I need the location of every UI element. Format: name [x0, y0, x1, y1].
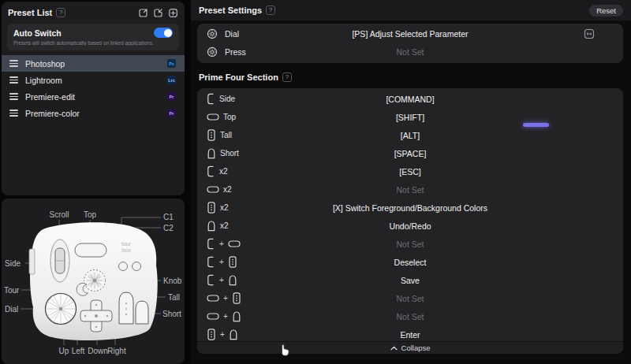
preset-item[interactable]: Premiere-colorPr	[2, 105, 185, 121]
preset-label: Premiere-edit	[25, 92, 75, 102]
assigned-action[interactable]: [ESC]	[197, 167, 623, 176]
prime-setting-row[interactable]: +Not Set	[197, 307, 623, 325]
adjust-parameter-button[interactable]	[584, 28, 595, 43]
device-knob	[84, 270, 106, 292]
label-c1: C1	[163, 213, 174, 221]
label-dial: Dial	[5, 305, 18, 314]
preset-item[interactable]: Premiere-editPr	[2, 88, 185, 105]
device-c2-button	[133, 262, 141, 271]
prime-setting-row[interactable]: x2[X] Switch Foreground/Background Color…	[197, 199, 623, 217]
device-side-button	[29, 249, 35, 274]
help-icon[interactable]: ?	[56, 8, 65, 17]
reset-button[interactable]: Reset	[589, 5, 623, 17]
drag-handle-icon[interactable]	[9, 76, 18, 84]
collapse-label: Collapse	[401, 344, 431, 352]
device-panel: tour box	[2, 199, 185, 364]
export-preset-button[interactable]	[137, 7, 148, 18]
device-dial	[46, 294, 77, 325]
preset-label: Photoshop	[25, 59, 65, 69]
auto-switch-description: Presets will switch automatically based …	[13, 40, 173, 46]
assigned-action[interactable]: Not Set	[197, 294, 623, 303]
auto-switch-toggle[interactable]	[154, 28, 173, 38]
label-c2: C2	[163, 224, 174, 232]
mouse-cursor-hand	[278, 343, 290, 356]
label-up: Up	[59, 347, 69, 355]
chevron-up-icon	[390, 346, 398, 351]
app-badge: Ps	[167, 59, 176, 68]
app-badge: Pr	[167, 109, 176, 117]
preset-item[interactable]: LightroomLrc	[2, 72, 185, 88]
label-left: Left	[72, 347, 85, 355]
assigned-action[interactable]: [ALT]	[197, 131, 623, 140]
assigned-action[interactable]: [PS] Adjust Selected Parameter	[197, 29, 623, 39]
device-brand-line1: tour	[121, 241, 132, 247]
settings-help-icon[interactable]: ?	[266, 6, 275, 15]
adjust-parameter-icon	[584, 28, 595, 39]
prime-section-header: Prime Four Section ?	[199, 72, 292, 82]
label-down: Down	[88, 347, 108, 355]
assigned-action[interactable]: [X] Switch Foreground/Background Colors	[197, 203, 623, 213]
preset-list-header: Preset List ?	[2, 5, 185, 20]
preset-list: PhotoshopPsLightroomLrcPremiere-editPrPr…	[2, 55, 185, 121]
export-icon	[138, 8, 148, 18]
label-scroll: Scroll	[49, 210, 69, 219]
prime-setting-row[interactable]: +Save	[197, 271, 623, 289]
assigned-action[interactable]: [COMMAND]	[197, 95, 623, 104]
knob-setting-row[interactable]: Dial[PS] Adjust Selected Parameter	[197, 24, 623, 43]
assigned-action[interactable]: Not Set	[197, 185, 623, 195]
prime-setting-row[interactable]: +Not Set	[197, 289, 623, 307]
drag-handle-icon[interactable]	[9, 60, 18, 67]
assigned-action[interactable]: [SHIFT]	[197, 113, 623, 122]
assigned-action[interactable]: [SPACE]	[197, 149, 623, 158]
import-icon	[153, 8, 163, 18]
preset-settings-panel: Preset Settings ? Reset Dial[PS] Adjust …	[191, 0, 631, 364]
prime-setting-row[interactable]: x2[ESC]	[197, 162, 623, 180]
knob-setting-row[interactable]: PressNot Set	[197, 43, 623, 61]
prime-setting-row[interactable]: +Not Set	[197, 235, 623, 253]
prime-setting-row[interactable]: +Deselect	[197, 253, 623, 271]
prime-help-icon[interactable]: ?	[282, 72, 292, 82]
prime-setting-row[interactable]: x2Undo/Redo	[197, 217, 623, 235]
assigned-action[interactable]: Deselect	[197, 258, 623, 267]
preset-item[interactable]: PhotoshopPs	[2, 55, 185, 72]
drag-handle-icon[interactable]	[9, 110, 18, 117]
preset-settings-header: Preset Settings ? Reset	[191, 0, 631, 20]
device-brand-line2: box	[121, 247, 131, 253]
assigned-action[interactable]: Enter	[197, 330, 623, 340]
preset-settings-title: Preset Settings	[199, 6, 262, 15]
prime-setting-row[interactable]: Top[SHIFT]	[197, 108, 623, 126]
preset-list-panel: Preset List ? Auto Switch Presets will s…	[2, 2, 185, 195]
prime-setting-row[interactable]: Side[COMMAND]	[197, 90, 623, 108]
import-preset-button[interactable]	[152, 7, 163, 18]
prime-setting-row[interactable]: Short[SPACE]	[197, 144, 623, 162]
plus-icon	[168, 8, 178, 18]
knob-settings-card: Dial[PS] Adjust Selected ParameterPressN…	[197, 24, 623, 63]
device-tall-button	[119, 292, 133, 324]
device-short-button	[136, 301, 148, 324]
assigned-action[interactable]: Not Set	[197, 240, 623, 249]
assigned-action[interactable]: Undo/Redo	[197, 221, 623, 231]
purple-highlight-indicator	[523, 123, 549, 127]
app-badge: Lrc	[167, 76, 176, 84]
drag-handle-icon[interactable]	[9, 93, 18, 100]
assigned-action[interactable]: Not Set	[197, 312, 623, 321]
label-right: Right	[107, 347, 126, 355]
label-top: Top	[84, 210, 97, 219]
preset-label: Lightroom	[25, 76, 62, 85]
collapse-button[interactable]: Collapse	[197, 341, 623, 354]
sidebar: Preset List ? Auto Switch Presets will s…	[0, 0, 186, 364]
device-c1-button	[119, 262, 128, 271]
prime-section-card: Side[COMMAND]Top[SHIFT]Tall[ALT]Short[SP…	[197, 88, 623, 354]
prime-section-title: Prime Four Section	[199, 72, 278, 82]
auto-switch-label: Auto Switch	[13, 28, 62, 38]
label-tour: Tour	[4, 286, 20, 295]
prime-setting-row[interactable]: x2Not Set	[197, 180, 623, 199]
label-short: Short	[162, 310, 181, 318]
device-top-button	[75, 243, 106, 257]
assigned-action[interactable]: Not Set	[197, 47, 623, 57]
assigned-action[interactable]: Save	[197, 276, 623, 285]
label-tall: Tall	[168, 293, 180, 302]
label-side: Side	[5, 259, 21, 268]
add-preset-button[interactable]	[167, 7, 178, 18]
prime-setting-row[interactable]: Tall[ALT]	[197, 126, 623, 144]
